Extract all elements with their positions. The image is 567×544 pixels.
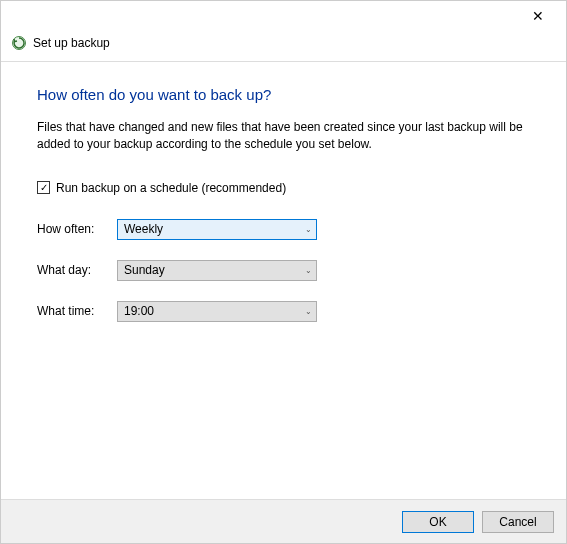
what-time-select[interactable]: 19:00 ⌄	[117, 301, 317, 322]
close-icon: ✕	[532, 8, 544, 24]
page-title: How often do you want to back up?	[37, 86, 530, 103]
check-icon: ✓	[40, 183, 48, 193]
what-day-row: What day: Sunday ⌄	[37, 260, 530, 281]
ok-button[interactable]: OK	[402, 511, 474, 533]
close-button[interactable]: ✕	[518, 2, 558, 30]
cancel-button[interactable]: Cancel	[482, 511, 554, 533]
dialog-footer: OK Cancel	[1, 499, 566, 543]
intro-text: Files that have changed and new files th…	[37, 119, 530, 153]
what-time-value: 19:00	[124, 304, 154, 318]
cancel-button-label: Cancel	[499, 515, 536, 529]
window-title: Set up backup	[33, 36, 110, 50]
ok-button-label: OK	[429, 515, 446, 529]
content-area: How often do you want to back up? Files …	[1, 62, 566, 322]
schedule-checkbox[interactable]: ✓	[37, 181, 50, 194]
chevron-down-icon: ⌄	[305, 307, 312, 316]
what-day-label: What day:	[37, 263, 117, 277]
how-often-label: How often:	[37, 222, 117, 236]
schedule-checkbox-row[interactable]: ✓ Run backup on a schedule (recommended)	[37, 181, 530, 195]
how-often-row: How often: Weekly ⌄	[37, 219, 530, 240]
how-often-value: Weekly	[124, 222, 163, 236]
what-time-row: What time: 19:00 ⌄	[37, 301, 530, 322]
window-header: Set up backup	[1, 31, 566, 61]
backup-app-icon	[11, 35, 27, 51]
schedule-checkbox-label: Run backup on a schedule (recommended)	[56, 181, 286, 195]
what-day-select[interactable]: Sunday ⌄	[117, 260, 317, 281]
chevron-down-icon: ⌄	[305, 266, 312, 275]
chevron-down-icon: ⌄	[305, 225, 312, 234]
how-often-select[interactable]: Weekly ⌄	[117, 219, 317, 240]
titlebar: ✕	[1, 1, 566, 31]
what-day-value: Sunday	[124, 263, 165, 277]
what-time-label: What time:	[37, 304, 117, 318]
